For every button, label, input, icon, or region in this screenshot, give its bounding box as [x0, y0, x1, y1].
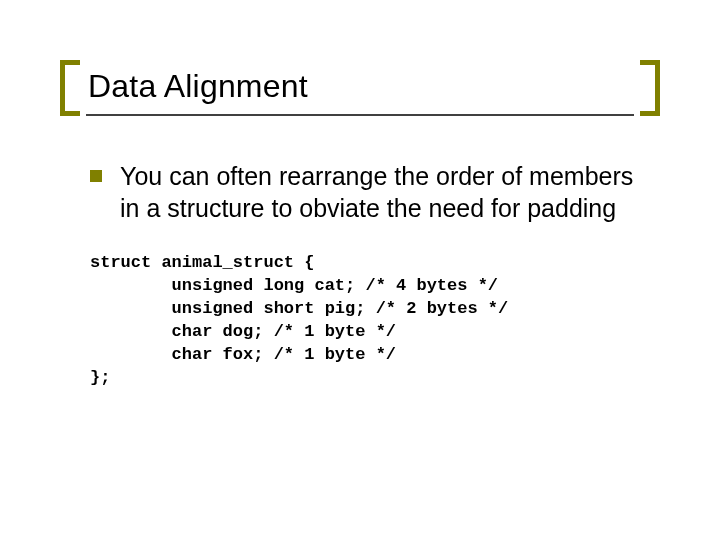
bracket-left-icon — [60, 60, 80, 116]
code-block: struct animal_struct { unsigned long cat… — [90, 252, 650, 390]
title-area: Data Alignment — [60, 60, 660, 116]
bracket-right-icon — [640, 60, 660, 116]
square-bullet-icon — [90, 170, 102, 182]
bullet-item: You can often rearrange the order of mem… — [90, 160, 650, 224]
title-underline: Data Alignment — [86, 60, 634, 116]
bullet-text: You can often rearrange the order of mem… — [120, 160, 650, 224]
slide-body: You can often rearrange the order of mem… — [90, 160, 650, 390]
slide: Data Alignment You can often rearrange t… — [0, 0, 720, 540]
slide-title: Data Alignment — [88, 68, 308, 105]
